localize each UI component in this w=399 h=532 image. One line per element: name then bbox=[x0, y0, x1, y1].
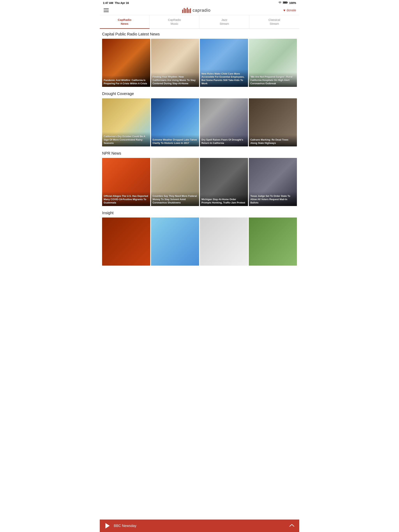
card-insight-4[interactable] bbox=[249, 217, 297, 266]
tab-capradio-news[interactable]: CapRadio News bbox=[100, 15, 150, 29]
card-counties[interactable]: Counties Say They Need More Federal Mone… bbox=[151, 158, 199, 206]
logo-bar-6 bbox=[190, 8, 191, 13]
section-drought-coverage: Drought Coverage California's Dry Octobe… bbox=[100, 89, 299, 148]
section-insight-title: Insight bbox=[102, 211, 297, 215]
battery-percent: 100% bbox=[289, 1, 296, 5]
card-tahoe[interactable]: Extreme Weather Dropped Lake Tahoe Clari… bbox=[151, 98, 199, 146]
section-drought-title: Drought Coverage bbox=[102, 92, 297, 96]
card-michigan[interactable]: Michigan Stay-At-Home Order Prompts Honk… bbox=[200, 158, 248, 206]
nav-tabs: CapRadio News CapRadio Music Jazz Stream… bbox=[100, 15, 299, 29]
status-time: 1:47 AM Thu Apr 16 bbox=[103, 1, 129, 5]
tab-classical-stream[interactable]: Classical Stream bbox=[249, 15, 299, 28]
card-insight3-img bbox=[200, 217, 248, 266]
section-latest-news: Capital Public Radio Latest News Pandemi… bbox=[100, 29, 299, 89]
card-deported-title: Official Alleges The U.S. Has Deported M… bbox=[104, 195, 149, 204]
logo-bar-2 bbox=[184, 8, 185, 13]
donate-button[interactable]: ♥ donate bbox=[283, 8, 296, 13]
npr-grid: Official Alleges The U.S. Has Deported M… bbox=[102, 158, 297, 206]
app-header: capradio ♥ donate bbox=[100, 6, 299, 15]
latest-news-grid: Pandemic And Wildfire: California Is Pre… bbox=[102, 39, 297, 87]
status-bar: 1:47 AM Thu Apr 16 100% bbox=[100, 0, 299, 6]
drought-grid: California's Dry October Could Be A Sign… bbox=[102, 98, 297, 146]
card-pandemic-wildfire[interactable]: Pandemic And Wildfire: California Is Pre… bbox=[102, 39, 150, 87]
card-insight-3[interactable] bbox=[200, 217, 248, 266]
logo-text: capradio bbox=[193, 8, 210, 13]
logo-bars-icon bbox=[182, 8, 191, 13]
card-new-rules[interactable]: New Rules Make Child Care More Accessibl… bbox=[200, 39, 248, 87]
card-finding-rhythm-title: Finding Your Rhythm: How Californians Ar… bbox=[153, 75, 198, 85]
section-insight: Insight bbox=[100, 208, 299, 267]
tab-jazz-stream[interactable]: Jazz Stream bbox=[200, 15, 249, 28]
card-texas[interactable]: Texas Judge Set To Order State To Allow … bbox=[249, 158, 297, 206]
card-insight1-img bbox=[102, 217, 150, 266]
section-latest-news-title: Capital Public Radio Latest News bbox=[102, 32, 297, 36]
logo-bar-1 bbox=[182, 10, 183, 13]
tab-capradio-music[interactable]: CapRadio Music bbox=[150, 15, 200, 28]
card-new-rules-title: New Rules Make Child Care More Accessibl… bbox=[201, 72, 246, 85]
section-npr-title: NPR News bbox=[102, 151, 297, 156]
section-npr-news: NPR News Official Alleges The U.S. Has D… bbox=[100, 148, 299, 208]
card-insight-2[interactable] bbox=[151, 217, 199, 266]
heart-icon: ♥ bbox=[283, 8, 285, 13]
card-insight2-img bbox=[151, 217, 199, 266]
svg-rect-2 bbox=[287, 2, 288, 3]
logo-bar-5 bbox=[188, 9, 189, 13]
card-counties-title: Counties Say They Need More Federal Mone… bbox=[153, 195, 198, 204]
card-dry-spell-title: Dry Spell Raises Fears Of Drought's Retu… bbox=[201, 138, 246, 145]
hamburger-menu[interactable] bbox=[103, 8, 109, 13]
battery-icon bbox=[283, 1, 288, 5]
status-right: 100% bbox=[278, 1, 296, 5]
svg-rect-1 bbox=[283, 2, 287, 3]
card-finding-rhythm[interactable]: Finding Your Rhythm: How Californians Ar… bbox=[151, 39, 199, 87]
card-texas-title: Texas Judge Set To Order State To Allow … bbox=[250, 195, 295, 204]
card-deported[interactable]: Official Alleges The U.S. Has Deported M… bbox=[102, 158, 150, 206]
logo-bar-4 bbox=[187, 8, 188, 13]
card-not-prepared-title: 'We Are Not Prepared Surges': Rural Cali… bbox=[250, 75, 295, 85]
donate-label: donate bbox=[287, 9, 296, 12]
app-logo: capradio bbox=[182, 8, 210, 13]
card-caltrans-title: Caltrans Marking: Re Dead Trees Along St… bbox=[250, 138, 295, 145]
card-not-prepared[interactable]: 'We Are Not Prepared Surges': Rural Cali… bbox=[249, 39, 297, 87]
card-michigan-title: Michigan Stay-At-Home Order Prompts Honk… bbox=[201, 198, 246, 204]
card-insight4-img bbox=[249, 217, 297, 266]
logo-bar-3 bbox=[185, 9, 186, 13]
card-dry-october-title: California's Dry October Could Be A Sign… bbox=[104, 135, 149, 145]
card-dry-spell[interactable]: Dry Spell Raises Fears Of Drought's Retu… bbox=[200, 98, 248, 146]
card-tahoe-title: Extreme Weather Dropped Lake Tahoe Clari… bbox=[153, 138, 198, 145]
card-dry-october[interactable]: California's Dry October Could Be A Sign… bbox=[102, 98, 150, 146]
main-content: Capital Public Radio Latest News Pandemi… bbox=[100, 29, 299, 283]
insight-grid bbox=[102, 217, 297, 266]
wifi-icon bbox=[278, 1, 282, 5]
card-pandemic-wildfire-title: Pandemic And Wildfire: California Is Pre… bbox=[104, 79, 149, 85]
card-caltrans[interactable]: Caltrans Marking: Re Dead Trees Along St… bbox=[249, 98, 297, 146]
card-insight-1[interactable] bbox=[102, 217, 150, 266]
